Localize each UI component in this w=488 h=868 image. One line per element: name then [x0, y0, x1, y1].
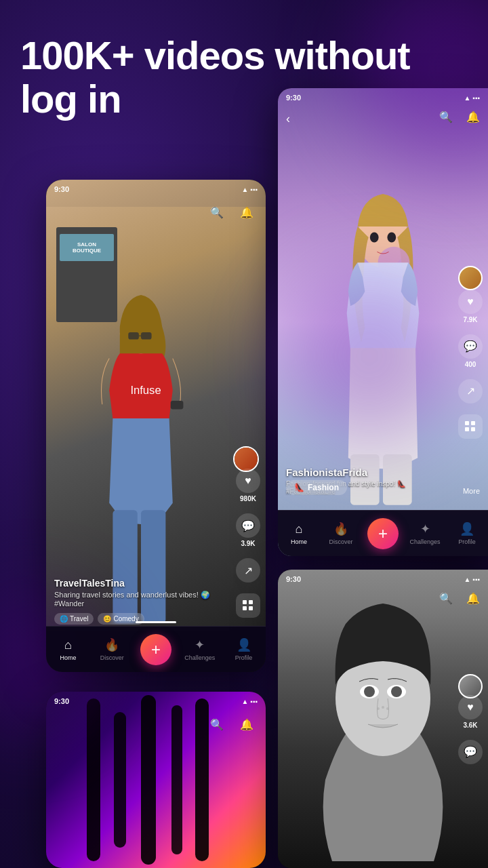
- grid-icon-2: [458, 414, 483, 439]
- comment-button-4[interactable]: 💬: [458, 740, 483, 764]
- status-icons-1: ▲ ▪▪▪: [241, 186, 258, 193]
- svg-point-21: [364, 686, 375, 697]
- battery-icon-3: ▪▪▪: [250, 698, 258, 705]
- top-bar-2: 🔍 🔔: [436, 107, 483, 126]
- signal-bars-icon-3: ▲: [241, 698, 248, 705]
- nav-profile-2[interactable]: 👤 Profile: [446, 521, 488, 545]
- like-count-1: 980K: [240, 495, 256, 502]
- status-bar-3: 9:30 ▲ ▪▪▪: [46, 692, 266, 711]
- creator-name-1: TravelTalesTina: [54, 578, 228, 589]
- nav-profile-label-2: Profile: [458, 538, 476, 545]
- notification-icon-4[interactable]: 🔔: [464, 589, 483, 608]
- creator-desc-1: Sharing travel stories and wanderlust vi…: [54, 591, 228, 608]
- action-sidebar-1: ♥ 980K 💬 3.9K ↗: [236, 469, 260, 618]
- like-button-2[interactable]: ♥ 7.9K: [458, 290, 483, 323]
- like-count-2: 7.9K: [463, 316, 477, 323]
- portrait-silhouette: [278, 604, 488, 861]
- nav-home-1[interactable]: ⌂ Home: [46, 638, 90, 661]
- grid-icon: [236, 593, 260, 618]
- content-overlay-1: TravelTalesTina Sharing travel stories a…: [54, 578, 228, 625]
- svg-rect-7: [171, 401, 184, 409]
- nav-challenges-1[interactable]: ✦ Challenges: [178, 637, 222, 661]
- more-button[interactable]: More: [463, 487, 480, 495]
- comment-icon-2: 💬: [458, 334, 483, 359]
- heart-icon: ♥: [236, 469, 260, 493]
- phone-screen-1: SALONBOUTIQUE Infuse: [46, 180, 266, 672]
- grid-button-1[interactable]: [236, 593, 260, 618]
- svg-rect-2: [141, 332, 152, 339]
- hero-section: 100K+ videos without log in: [20, 34, 468, 121]
- nav-home-2[interactable]: ⌂ Home: [278, 522, 320, 545]
- share-icon: ↗: [236, 558, 260, 583]
- add-icon-2: +: [378, 524, 388, 543]
- nav-discover-1[interactable]: 🔥 Discover: [90, 637, 134, 661]
- back-arrow[interactable]: ‹: [286, 112, 290, 126]
- challenges-icon-2: ✦: [420, 521, 430, 536]
- nav-add-1[interactable]: +: [134, 634, 178, 665]
- status-icons-2: ▲ ▪▪▪: [464, 94, 480, 102]
- creator-name-2: FashionistaFrida: [286, 467, 434, 478]
- profile-icon-2: 👤: [460, 521, 474, 536]
- comment-count-2: 400: [465, 361, 476, 368]
- svg-text:Infuse: Infuse: [130, 384, 161, 397]
- notification-icon-2[interactable]: 🔔: [464, 107, 483, 126]
- share-button-2[interactable]: ↗: [458, 379, 483, 403]
- comment-count-1: 3.9K: [241, 540, 255, 547]
- action-sidebar-4: ♥ 3.6K 💬: [458, 695, 483, 764]
- search-icon-4[interactable]: 🔍: [436, 589, 455, 608]
- nav-profile-label-1: Profile: [235, 654, 253, 661]
- nav-home-label-1: Home: [60, 654, 76, 661]
- notification-icon[interactable]: 🔔: [237, 203, 256, 222]
- top-bar-1: 🔍 🔔: [46, 199, 266, 226]
- notification-icon-3[interactable]: 🔔: [237, 715, 256, 734]
- fashion-tag[interactable]: 👠 Fashion: [286, 480, 347, 495]
- nav-challenges-2[interactable]: ✦ Challenges: [404, 521, 446, 545]
- tag-travel-label: Travel: [70, 615, 88, 623]
- status-bar-1: 9:30 ▲ ▪▪▪: [46, 180, 266, 199]
- scroll-indicator-1: [136, 621, 176, 623]
- svg-rect-1: [128, 332, 139, 339]
- signal-bars-icon-2: ▲: [464, 94, 470, 102]
- top-bar-3: 🔍 🔔: [46, 711, 266, 738]
- comment-button-1[interactable]: 💬 3.9K: [236, 513, 260, 547]
- share-icon-2: ↗: [458, 379, 483, 403]
- nav-discover-2[interactable]: 🔥 Discover: [320, 521, 362, 545]
- battery-icon: ▪▪▪: [250, 186, 258, 193]
- share-button-1[interactable]: ↗: [236, 558, 260, 583]
- fashion-tag-label: Fashion: [308, 483, 339, 492]
- comment-icon: 💬: [236, 513, 260, 538]
- nav-challenges-label-2: Challenges: [409, 538, 440, 545]
- home-icon: ⌂: [64, 638, 72, 652]
- svg-point-23: [391, 686, 402, 697]
- creator-avatar-2[interactable]: [458, 266, 483, 290]
- phone-screen-4: 9:30 ▲ ▪▪▪ 🔍 🔔 ♥ 3.6K 💬: [278, 570, 488, 868]
- signal-bars-icon: ▲: [241, 186, 248, 193]
- grid-button-2[interactable]: [458, 414, 483, 439]
- add-button-2[interactable]: +: [367, 518, 399, 549]
- nav-add-2[interactable]: +: [362, 518, 404, 549]
- nav-profile-1[interactable]: 👤 Profile: [222, 637, 266, 661]
- nav-home-label-2: Home: [291, 538, 307, 545]
- status-bar-4: 9:30 ▲ ▪▪▪: [278, 570, 488, 589]
- status-icons-3: ▲ ▪▪▪: [241, 698, 258, 705]
- like-button-4[interactable]: ♥ 3.6K: [458, 695, 483, 729]
- comment-icon-4: 💬: [458, 740, 483, 764]
- nav-challenges-label-1: Challenges: [184, 654, 215, 661]
- decorative-orb-3: [285, 271, 454, 441]
- like-count-4: 3.6K: [463, 722, 477, 729]
- search-icon[interactable]: 🔍: [207, 203, 226, 222]
- challenges-icon: ✦: [195, 637, 205, 652]
- status-icons-4: ▲ ▪▪▪: [464, 576, 480, 583]
- sign-element: SALONBOUTIQUE: [60, 234, 114, 261]
- phone-mockup-1: SALONBOUTIQUE Infuse: [46, 180, 266, 672]
- like-button-1[interactable]: ♥ 980K: [236, 469, 260, 502]
- person-silhouette-1: Infuse: [66, 277, 216, 630]
- search-icon-3[interactable]: 🔍: [207, 715, 226, 734]
- add-button-1[interactable]: +: [140, 634, 171, 665]
- search-icon-2[interactable]: 🔍: [436, 107, 455, 126]
- tag-travel[interactable]: 🌐 Travel: [54, 613, 94, 625]
- phone-mockup-4: 9:30 ▲ ▪▪▪ 🔍 🔔 ♥ 3.6K 💬: [278, 570, 488, 868]
- phone-screen-3: 9:30 ▲ ▪▪▪ 🔍 🔔: [46, 692, 266, 868]
- status-time-4: 9:30: [286, 575, 301, 583]
- comment-button-2[interactable]: 💬 400: [458, 334, 483, 368]
